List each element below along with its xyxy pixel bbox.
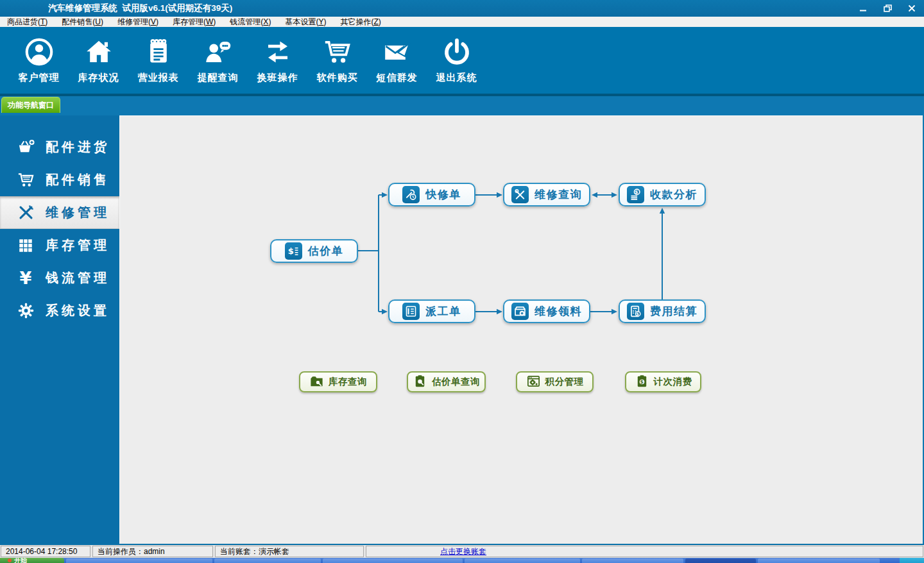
- report-icon: [143, 33, 174, 71]
- close-icon: [908, 4, 916, 12]
- quick-button-label: 库存查询: [329, 376, 367, 388]
- menu-label: 基本设置: [285, 17, 316, 26]
- menu-accel: Y: [318, 17, 323, 26]
- yen-icon: ¥: [15, 268, 36, 289]
- quick-button-label: 积分管理: [545, 376, 584, 388]
- sidebar-item-parts-sales[interactable]: 配件销售: [0, 164, 119, 196]
- flow-node-fee-settlement[interactable]: $ 费用结算: [619, 299, 706, 323]
- status-switch-account: 点击更换账套: [366, 546, 923, 557]
- minimize-button[interactable]: [857, 3, 869, 13]
- flow-node-label: 派工单: [425, 304, 461, 319]
- menu-label: 维修管理: [117, 17, 148, 26]
- menu-accel: U: [95, 17, 101, 26]
- flow-connectors: [120, 116, 923, 544]
- taskbar: 开始: [0, 558, 924, 563]
- flow-node-parts-requisition[interactable]: 维修领料: [503, 299, 590, 323]
- window-gear-icon: [526, 374, 541, 391]
- menu-accel: Z: [373, 17, 378, 26]
- toolbar-customer-management[interactable]: 客户管理: [9, 33, 69, 84]
- restore-button[interactable]: [882, 3, 893, 13]
- sidebar-item-repair-management[interactable]: 维修管理: [0, 196, 119, 229]
- toolbar: 客户管理 库存状况 营业报表: [0, 27, 924, 96]
- taskbar-window-button[interactable]: [66, 559, 212, 563]
- dollar-doc-icon: $: [285, 242, 302, 260]
- power-icon: [441, 33, 472, 71]
- sidebar-item-inventory-management[interactable]: 库存管理: [0, 229, 119, 262]
- flow-node-quick-repair[interactable]: 快修单: [388, 183, 475, 206]
- quick-button-estimate-query[interactable]: 估价单查询: [407, 371, 486, 392]
- taskbar-window-button[interactable]: [758, 559, 880, 563]
- taskbar-window-button[interactable]: [582, 559, 683, 563]
- svg-text:$: $: [636, 312, 640, 317]
- menu-inventory-management[interactable]: 库存管理(W): [166, 17, 223, 27]
- clipboard-dollar-icon: $: [635, 374, 649, 391]
- toolbar-software-purchase[interactable]: 软件购买: [307, 33, 367, 84]
- quick-button-inventory-query[interactable]: 库存查询: [299, 371, 377, 392]
- toolbar-shift-change[interactable]: 换班操作: [248, 33, 307, 84]
- menu-label: 其它操作: [340, 17, 371, 26]
- sidebar-item-label: 系统设置: [46, 302, 110, 319]
- sidebar-item-system-settings[interactable]: 系统设置: [0, 294, 119, 327]
- menu-parts-sales[interactable]: 配件销售(U): [55, 17, 110, 27]
- toolbar-label: 换班操作: [257, 72, 298, 84]
- menu-other-operations[interactable]: 其它操作(Z): [333, 17, 388, 27]
- toolbar-exit-system[interactable]: 退出系统: [427, 33, 486, 84]
- toolbar-business-report[interactable]: 营业报表: [128, 33, 188, 84]
- close-button[interactable]: [906, 3, 918, 13]
- calculator-icon: $: [627, 303, 644, 320]
- menu-accel: W: [206, 17, 213, 26]
- sidebar-item-cashflow-management[interactable]: ¥ 钱流管理: [0, 262, 119, 294]
- menu-basic-settings[interactable]: 基本设置(Y): [278, 17, 333, 27]
- tab-function-navigation[interactable]: 功能导航窗口: [1, 97, 60, 113]
- operator-value: admin: [144, 547, 165, 556]
- sidebar-item-label: 钱流管理: [46, 269, 110, 287]
- menu-goods-purchase[interactable]: 商品进货(T): [0, 17, 55, 27]
- account-label: 当前账套：: [220, 546, 259, 557]
- toolbar-label: 退出系统: [436, 72, 477, 84]
- toolbar-sms-broadcast[interactable]: 短信群发: [367, 33, 427, 84]
- menu-accel: V: [151, 17, 156, 26]
- clipboard-search-icon: [413, 374, 427, 391]
- taskbar-spacer: [882, 558, 898, 563]
- flow-node-label: 快修单: [425, 187, 461, 202]
- flow-node-work-order[interactable]: 派工单: [388, 299, 475, 323]
- toolbar-label: 软件购买: [317, 72, 358, 84]
- flow-node-estimate[interactable]: $ 估价单: [270, 239, 358, 263]
- nav-strip: 功能导航窗口: [0, 96, 924, 113]
- start-label: 开始: [14, 558, 27, 563]
- window-controls: [857, 0, 918, 17]
- menu-repair-management[interactable]: 维修管理(V): [110, 17, 166, 27]
- flow-node-payment-analysis[interactable]: $ 收款分析: [619, 183, 706, 206]
- customer-icon: [24, 33, 55, 71]
- tools-icon: [15, 203, 36, 223]
- sidebar-item-label: 配件进货: [46, 139, 110, 156]
- quick-button-points-management[interactable]: 积分管理: [516, 371, 594, 392]
- flow-node-label: 费用结算: [650, 304, 697, 319]
- menu-cashflow-management[interactable]: 钱流管理(X): [223, 17, 278, 27]
- basket-plus-icon: [15, 137, 36, 158]
- toolbar-inventory-status[interactable]: 库存状况: [69, 33, 128, 84]
- switch-account-link[interactable]: 点击更换账套: [440, 546, 486, 557]
- system-tray[interactable]: [900, 558, 924, 563]
- start-button[interactable]: 开始: [0, 558, 64, 563]
- taskbar-window-button[interactable]: [465, 559, 580, 563]
- app-window: 汽车维修管理系统 试用版v6.1(试用期还有39天) 商品进货(T) 配件销售(…: [0, 0, 924, 563]
- account-value: 演示帐套: [259, 546, 289, 557]
- shift-icon: [262, 33, 293, 71]
- status-account: 当前账套：演示帐套: [215, 546, 364, 557]
- menu-label: 钱流管理: [230, 17, 261, 26]
- wrench-clock-icon: [402, 186, 420, 203]
- worklist-icon: [402, 303, 420, 320]
- toolbar-reminder-query[interactable]: 提醒查询: [188, 33, 248, 84]
- taskbar-window-button-active[interactable]: [685, 559, 756, 563]
- money-stack-icon: $: [627, 186, 644, 203]
- content-area: 配件进货 配件销售: [0, 113, 924, 544]
- flow-node-repair-query[interactable]: 维修查询: [503, 183, 590, 206]
- sidebar-item-parts-purchase[interactable]: 配件进货: [0, 131, 119, 164]
- main-panel: $ 估价单 快修单: [119, 115, 923, 544]
- taskbar-window-button[interactable]: [323, 559, 463, 563]
- quick-button-count-consumption[interactable]: $ 计次消费: [625, 371, 701, 392]
- menu-label: 库存管理: [173, 17, 203, 26]
- svg-text:$: $: [635, 190, 639, 195]
- taskbar-window-button[interactable]: [214, 559, 321, 563]
